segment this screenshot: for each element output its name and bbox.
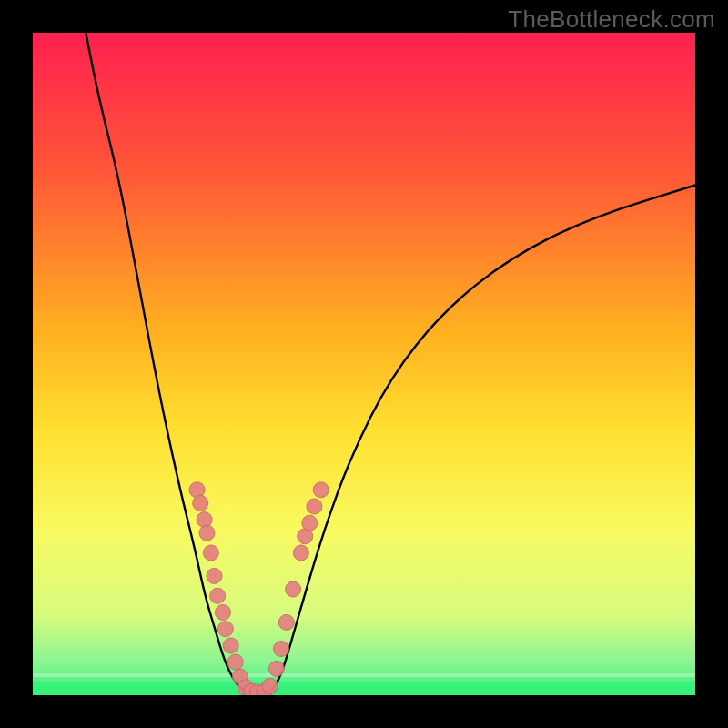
dot-bottom [262, 678, 278, 693]
svg-rect-0 [33, 673, 695, 677]
dot-left-branch [199, 525, 215, 541]
dot-right-branch [302, 515, 318, 531]
dot-right-branch [293, 545, 308, 561]
watermark-label: TheBottleneck.com [508, 5, 715, 34]
dot-left-branch [203, 545, 218, 561]
dot-left-branch [215, 605, 230, 621]
dot-right-branch [307, 499, 322, 514]
gradient-background [33, 33, 695, 695]
dot-right-branch [286, 581, 301, 597]
dot-left-branch [217, 622, 233, 637]
dot-right-branch [313, 482, 329, 498]
dot-left-branch [193, 495, 208, 511]
dot-left-branch [197, 512, 212, 528]
dot-right-branch [268, 661, 284, 676]
plot-area [33, 33, 695, 695]
dot-left-branch [223, 638, 238, 653]
dot-left-branch [210, 588, 226, 603]
dot-right-branch [278, 614, 294, 630]
dot-left-branch [207, 568, 222, 583]
dot-right-branch [274, 642, 289, 657]
svg-rect-1 [33, 682, 695, 695]
dot-left-branch [228, 654, 243, 670]
chart-frame: TheBottleneck.com [0, 0, 728, 728]
green-band-group [33, 673, 695, 695]
plot-svg [33, 33, 695, 695]
